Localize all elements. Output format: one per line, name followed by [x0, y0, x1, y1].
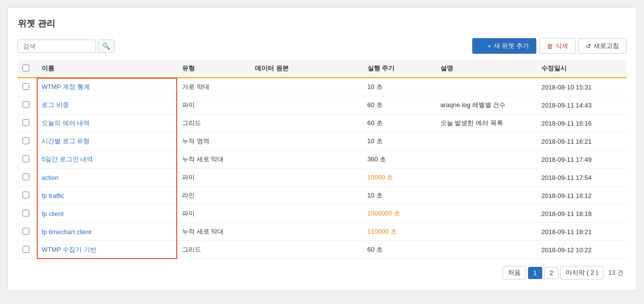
row-interval-cell: 360 초 — [363, 151, 436, 169]
row-name-cell: WTMP 계정 통계 — [37, 78, 177, 96]
row-name-link[interactable]: WTMP 계정 통계 — [42, 83, 90, 90]
row-type-cell: 파이 — [177, 169, 250, 187]
pagination-total: 13 건 — [605, 266, 626, 279]
row-description-cell: araqne.log 레벨별 건수 — [436, 96, 537, 114]
row-name-link[interactable]: 5일간 로그인 내역 — [42, 155, 93, 163]
select-all-checkbox[interactable] — [23, 65, 29, 71]
row-checkbox-cell — [18, 241, 37, 259]
table-body: WTMP 계정 통계 가로 막대 10 초 2018-08-10 15:31 로… — [18, 78, 626, 259]
table-row: fp timechart client 누적 세로 막대 110000 초 20… — [18, 223, 626, 241]
pagination-last[interactable]: 마지막 ( 2 ) — [560, 266, 603, 280]
row-interval-cell: 110000 초 — [363, 223, 436, 241]
row-checkbox[interactable] — [23, 137, 29, 144]
row-name-link[interactable]: fp timechart client — [42, 228, 92, 236]
row-modified-cell: 2018-09-11 18:12 — [536, 187, 626, 205]
header-modified: 수정일시 — [536, 60, 626, 78]
row-description-cell — [436, 151, 537, 169]
delete-icon: 🗑 — [547, 43, 553, 50]
table-container: 이름 유형 데이터 원본 실행 주기 설명 수정일시 WTMP 계정 통계 가로… — [18, 60, 626, 259]
row-checkbox[interactable] — [23, 83, 29, 90]
row-modified-cell: 2018-09-11 18:21 — [536, 223, 626, 241]
row-interval-cell: 1000000 초 — [363, 205, 436, 223]
add-widget-button[interactable]: 👤+ 새 위젯 추가 — [472, 38, 536, 54]
row-modified-cell: 2018-09-11 17:49 — [536, 151, 626, 169]
pagination-page1[interactable]: 1 — [528, 267, 542, 279]
row-name-cell: 로그 비중 — [37, 96, 177, 114]
row-description-cell — [436, 187, 537, 205]
search-input[interactable] — [18, 40, 96, 53]
row-datasource-cell — [250, 205, 363, 223]
row-description-cell — [436, 132, 537, 151]
row-modified-cell: 2018-09-11 18:18 — [536, 205, 626, 223]
row-type-cell: 누적 영역 — [177, 132, 250, 151]
table-row: 5일간 로그인 내역 누적 세로 막대 360 초 2018-09-11 17:… — [18, 151, 626, 169]
row-checkbox[interactable] — [23, 228, 29, 235]
row-name-link[interactable]: fp traffic — [42, 192, 64, 199]
row-checkbox[interactable] — [23, 101, 29, 108]
row-type-cell: 라인 — [177, 187, 250, 205]
row-datasource-cell — [250, 241, 363, 259]
header-description: 설명 — [436, 60, 537, 78]
row-interval-cell: 10 초 — [363, 132, 436, 151]
search-icon: 🔍 — [102, 43, 110, 50]
widget-table: 이름 유형 데이터 원본 실행 주기 설명 수정일시 WTMP 계정 통계 가로… — [18, 60, 626, 259]
toolbar: 🔍 👤+ 새 위젯 추가 🗑 삭제 ↺ 새로고침 — [18, 38, 626, 54]
row-checkbox[interactable] — [23, 210, 29, 217]
row-checkbox[interactable] — [23, 155, 29, 162]
row-name-link[interactable]: WTMP 수집기 기반 — [42, 246, 96, 253]
pagination: 처음 1 2 마지막 ( 2 ) 13 건 — [18, 266, 626, 280]
row-type-cell: 그리드 — [177, 241, 250, 259]
header-checkbox-cell — [18, 60, 37, 78]
row-name-cell: fp timechart client — [37, 223, 177, 241]
row-name-link[interactable]: 시간별 로그 유형 — [42, 137, 90, 145]
row-interval-cell: 10000 초 — [363, 169, 436, 187]
row-checkbox[interactable] — [23, 119, 29, 126]
row-name-link[interactable]: 오늘의 에러 내역 — [42, 119, 90, 127]
search-button[interactable]: 🔍 — [98, 40, 115, 53]
row-checkbox-cell — [18, 96, 37, 114]
table-row: 오늘의 에러 내역 그리드 60 초 오늘 발생한 에러 목록 2018-09-… — [18, 114, 626, 132]
row-name-link[interactable]: action — [42, 174, 59, 181]
row-type-cell: 그리드 — [177, 114, 250, 132]
search-area: 🔍 — [18, 40, 115, 53]
row-name-link[interactable]: 로그 비중 — [42, 101, 69, 109]
row-modified-cell: 2018-09-11 16:16 — [536, 114, 626, 132]
row-type-cell: 누적 세로 막대 — [177, 223, 250, 241]
pagination-first[interactable]: 처음 — [503, 266, 526, 280]
refresh-icon: ↺ — [586, 43, 591, 50]
row-checkbox-cell — [18, 223, 37, 241]
row-checkbox[interactable] — [23, 174, 29, 180]
page-title: 위젯 관리 — [18, 18, 626, 29]
row-checkbox[interactable] — [23, 246, 29, 253]
row-name-cell: 5일간 로그인 내역 — [37, 151, 177, 169]
row-modified-cell: 2018-09-11 14:43 — [536, 96, 626, 114]
row-datasource-cell — [250, 78, 363, 96]
row-type-cell: 가로 막대 — [177, 78, 250, 96]
row-datasource-cell — [250, 151, 363, 169]
table-row: 시간별 로그 유형 누적 영역 10 초 2018-09-11 16:21 — [18, 132, 626, 151]
delete-button[interactable]: 🗑 삭제 — [539, 38, 575, 54]
row-modified-cell: 2018-09-12 10:22 — [536, 241, 626, 259]
header-type: 유형 — [177, 60, 250, 78]
row-description-cell — [436, 169, 537, 187]
row-name-cell: 시간별 로그 유형 — [37, 132, 177, 151]
row-type-cell: 파이 — [177, 205, 250, 223]
row-interval-cell: 10 초 — [363, 78, 436, 96]
row-datasource-cell — [250, 114, 363, 132]
table-row: WTMP 계정 통계 가로 막대 10 초 2018-08-10 15:31 — [18, 78, 626, 96]
row-modified-cell: 2018-09-11 16:21 — [536, 132, 626, 151]
row-checkbox[interactable] — [23, 192, 29, 198]
row-name-link[interactable]: fp client — [42, 210, 64, 217]
add-icon: 👤+ — [480, 43, 491, 50]
row-checkbox-cell — [18, 151, 37, 169]
refresh-button[interactable]: ↺ 새로고침 — [578, 38, 626, 54]
pagination-page2[interactable]: 2 — [544, 267, 558, 279]
row-checkbox-cell — [18, 78, 37, 96]
row-checkbox-cell — [18, 187, 37, 205]
row-modified-cell: 2018-09-11 17:54 — [536, 169, 626, 187]
row-datasource-cell — [250, 187, 363, 205]
row-description-cell: 오늘 발생한 에러 목록 — [436, 114, 537, 132]
row-modified-cell: 2018-08-10 15:31 — [536, 78, 626, 96]
action-buttons: 👤+ 새 위젯 추가 🗑 삭제 ↺ 새로고침 — [472, 38, 626, 54]
row-type-cell: 누적 세로 막대 — [177, 151, 250, 169]
